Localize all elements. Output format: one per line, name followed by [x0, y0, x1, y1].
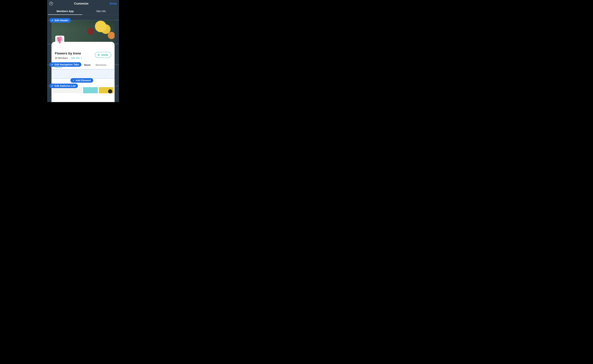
pill-label: Edit Galleries List: [54, 84, 75, 87]
nav-tab-label: Services: [96, 64, 106, 66]
plus-icon: [72, 79, 74, 81]
help-icon[interactable]: ?: [49, 2, 53, 5]
add-element-zone: [52, 69, 115, 79]
add-element-button[interactable]: Add Element: [70, 78, 93, 83]
site-card: Flowers by Irene 20 Members Site Info: [52, 42, 115, 102]
help-symbol: ?: [50, 2, 52, 5]
customize-canvas: Edit Header Flowers by Irene 20 Members …: [47, 15, 119, 20]
invite-label: Invite: [101, 53, 108, 57]
site-info-label: Site Info: [71, 57, 80, 59]
top-tabs: Members App Site Info: [47, 10, 119, 15]
pencil-icon: [51, 19, 53, 21]
gallery-thumb[interactable]: [99, 87, 114, 93]
customize-screen: ? Customize Done Members App Site Info E…: [47, 0, 119, 102]
invite-button[interactable]: Invite: [95, 52, 111, 58]
chevron-right-icon: [80, 57, 82, 59]
add-user-icon: [97, 53, 100, 56]
tab-label: Members App: [57, 10, 74, 13]
site-meta-row: 20 Members Site Info: [55, 57, 81, 59]
members-count: 20 Members: [55, 57, 68, 59]
tab-label: Site Info: [96, 10, 106, 13]
tab-site-info[interactable]: Site Info: [83, 10, 119, 15]
nav-tab-label: Store: [84, 64, 90, 66]
pencil-icon: [51, 64, 53, 65]
pill-label: Add Element: [76, 79, 91, 82]
pill-label: Edit Navigation Tabs: [54, 63, 79, 66]
tab-members-app[interactable]: Members App: [47, 10, 83, 15]
nav-tab-services[interactable]: Services: [96, 64, 106, 66]
edit-navigation-tabs-button[interactable]: Edit Navigation Tabs: [49, 62, 81, 67]
site-avatar[interactable]: [55, 36, 64, 45]
edit-header-button[interactable]: Edit Header: [49, 18, 71, 23]
site-info-link[interactable]: Site Info: [71, 57, 81, 59]
site-header-left: Flowers by Irene 20 Members Site Info: [55, 52, 81, 59]
done-button[interactable]: Done: [110, 2, 117, 5]
gallery-thumb[interactable]: [83, 87, 98, 93]
screen-title: Customize: [53, 2, 110, 5]
card-header: Flowers by Irene 20 Members Site Info: [52, 52, 115, 59]
svg-point-0: [98, 54, 99, 55]
topbar: ? Customize Done: [47, 0, 119, 7]
pill-label: Edit Header: [54, 19, 68, 22]
pencil-icon: [51, 85, 53, 87]
edit-galleries-list-button[interactable]: Edit Galleries List: [49, 84, 78, 88]
site-title: Flowers by Irene: [55, 52, 81, 55]
nav-tab-store[interactable]: Store: [84, 64, 90, 66]
